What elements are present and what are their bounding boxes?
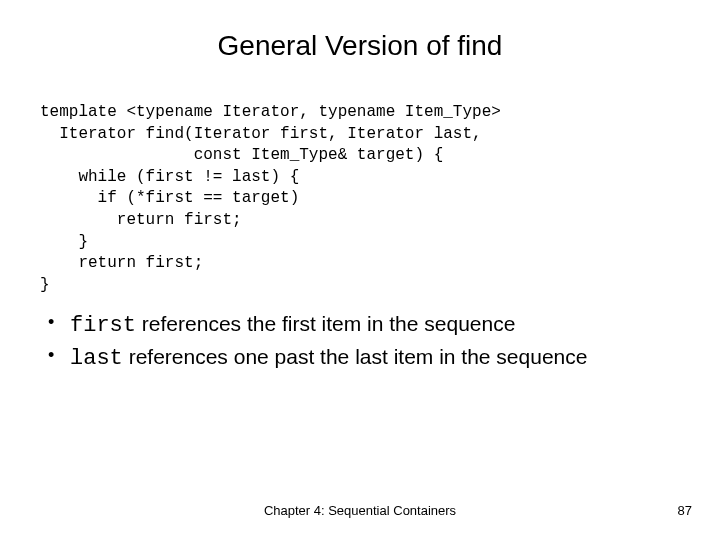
code-line: while (first != last) { — [40, 168, 299, 186]
bullet-text: references the first item in the sequenc… — [136, 312, 515, 335]
code-line: return first; — [40, 254, 203, 272]
code-line: template <typename Iterator, typename It… — [40, 103, 501, 121]
bullet-item: last references one past the last item i… — [48, 343, 690, 374]
bullet-text: references one past the last item in the… — [123, 345, 588, 368]
code-line: return first; — [40, 211, 242, 229]
footer-chapter: Chapter 4: Sequential Containers — [0, 503, 720, 518]
code-line: Iterator find(Iterator first, Iterator l… — [40, 125, 482, 143]
bullet-code: last — [70, 346, 123, 371]
footer-page-number: 87 — [678, 503, 692, 518]
code-block: template <typename Iterator, typename It… — [40, 102, 720, 296]
bullet-list: first references the first item in the s… — [48, 310, 690, 373]
code-line: const Item_Type& target) { — [40, 146, 443, 164]
code-line: } — [40, 233, 88, 251]
bullet-code: first — [70, 313, 136, 338]
slide-title: General Version of find — [0, 0, 720, 82]
code-line: } — [40, 276, 50, 294]
bullet-item: first references the first item in the s… — [48, 310, 690, 341]
code-line: if (*first == target) — [40, 189, 299, 207]
slide: General Version of find template <typena… — [0, 0, 720, 540]
